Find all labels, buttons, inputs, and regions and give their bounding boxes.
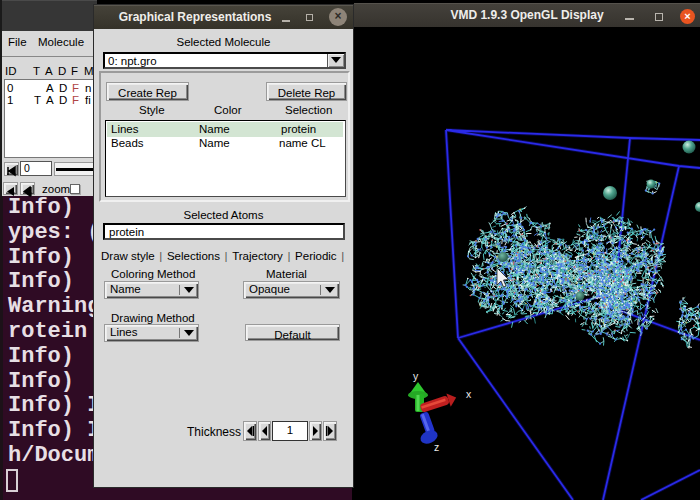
svg-text:z: z <box>434 441 439 453</box>
svg-text:y: y <box>413 370 419 382</box>
svg-text:x: x <box>466 388 472 400</box>
